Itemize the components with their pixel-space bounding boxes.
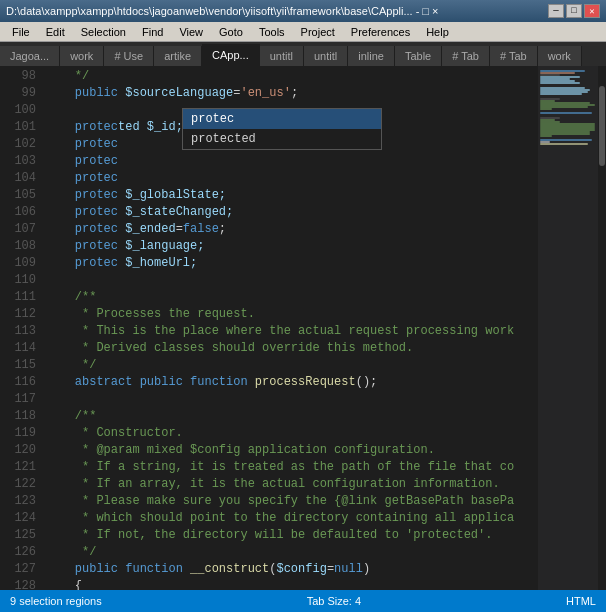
minimap-canvas: [538, 66, 598, 590]
code-line-121: * If a string, it is treated as the path…: [46, 459, 538, 476]
minimize-button[interactable]: ─: [548, 4, 564, 18]
code-line-105: protec $_globalState;: [46, 187, 538, 204]
window-controls: ─ □ ✕: [548, 4, 600, 18]
close-button[interactable]: ✕: [584, 4, 600, 18]
title-text: D:\data\xampp\xampp\htdocs\jagoanweb\ven…: [6, 5, 548, 17]
menu-view[interactable]: View: [171, 24, 211, 40]
tab-artike[interactable]: artike: [154, 46, 202, 66]
code-line-106: protec $_stateChanged;: [46, 204, 538, 221]
selection-count: 9 selection regions: [10, 595, 102, 607]
menu-selection[interactable]: Selection: [73, 24, 134, 40]
code-line-99: public $sourceLanguage='en_us';: [46, 85, 538, 102]
menu-bar: File Edit Selection Find View Goto Tools…: [0, 22, 606, 42]
code-line-117: [46, 391, 538, 408]
autocomplete-dropdown[interactable]: protec protected: [182, 108, 382, 150]
tab-jagoa[interactable]: Jagoa...: [0, 46, 60, 66]
code-line-120: * @param mixed $config application confi…: [46, 442, 538, 459]
minimap: [538, 66, 598, 590]
vertical-scrollbar[interactable]: [598, 66, 606, 590]
code-line-113: * This is the place where the actual req…: [46, 323, 538, 340]
code-line-104: protec: [46, 170, 538, 187]
tab-capp[interactable]: CApp...: [202, 44, 260, 66]
code-line-110: [46, 272, 538, 289]
tab-untitl1[interactable]: untitl: [260, 46, 304, 66]
code-line-122: * If an array, it is the actual configur…: [46, 476, 538, 493]
tab-untitl2[interactable]: untitl: [304, 46, 348, 66]
tab-tab2[interactable]: # Tab: [490, 46, 538, 66]
code-line-98: */: [46, 68, 538, 85]
tab-size: Tab Size: 4: [307, 595, 361, 607]
tab-bar: Jagoa... work # Use artike CApp... untit…: [0, 42, 606, 66]
code-line-126: */: [46, 544, 538, 561]
menu-tools[interactable]: Tools: [251, 24, 293, 40]
line-numbers: 98 99 100 101 102 103 104 105 106 107 10…: [0, 66, 42, 590]
tab-inline[interactable]: inline: [348, 46, 395, 66]
title-bar: D:\data\xampp\xampp\htdocs\jagoanweb\ven…: [0, 0, 606, 22]
code-area[interactable]: */ public $sourceLanguage='en_us'; prote…: [42, 66, 538, 590]
code-line-125: * If not, the directory will be defaulte…: [46, 527, 538, 544]
code-line-103: protec: [46, 153, 538, 170]
autocomplete-item-protec[interactable]: protec: [183, 109, 381, 129]
tab-tab1[interactable]: # Tab: [442, 46, 490, 66]
menu-goto[interactable]: Goto: [211, 24, 251, 40]
maximize-button[interactable]: □: [566, 4, 582, 18]
code-line-124: * which should point to the directory co…: [46, 510, 538, 527]
tab-work2[interactable]: work: [538, 46, 582, 66]
menu-edit[interactable]: Edit: [38, 24, 73, 40]
code-line-116: abstract public function processRequest(…: [46, 374, 538, 391]
autocomplete-item-protected[interactable]: protected: [183, 129, 381, 149]
tab-use[interactable]: # Use: [104, 46, 154, 66]
code-line-111: /**: [46, 289, 538, 306]
code-line-114: * Derived classes should override this m…: [46, 340, 538, 357]
code-line-108: protec $_language;: [46, 238, 538, 255]
code-line-109: protec $_homeUrl;: [46, 255, 538, 272]
code-line-118: /**: [46, 408, 538, 425]
status-bar: 9 selection regions Tab Size: 4 HTML: [0, 590, 606, 612]
language-mode: HTML: [566, 595, 596, 607]
menu-help[interactable]: Help: [418, 24, 457, 40]
menu-file[interactable]: File: [4, 24, 38, 40]
tab-work1[interactable]: work: [60, 46, 104, 66]
editor-container: 98 99 100 101 102 103 104 105 106 107 10…: [0, 66, 606, 590]
tab-table[interactable]: Table: [395, 46, 442, 66]
scrollbar-thumb[interactable]: [599, 86, 605, 166]
code-line-127: public function __construct($config=null…: [46, 561, 538, 578]
menu-project[interactable]: Project: [293, 24, 343, 40]
code-line-119: * Constructor.: [46, 425, 538, 442]
code-line-128: {: [46, 578, 538, 590]
code-line-112: * Processes the request.: [46, 306, 538, 323]
code-line-107: protec $_ended=false;: [46, 221, 538, 238]
code-line-115: */: [46, 357, 538, 374]
menu-preferences[interactable]: Preferences: [343, 24, 418, 40]
menu-find[interactable]: Find: [134, 24, 171, 40]
code-line-123: * Please make sure you specify the {@lin…: [46, 493, 538, 510]
